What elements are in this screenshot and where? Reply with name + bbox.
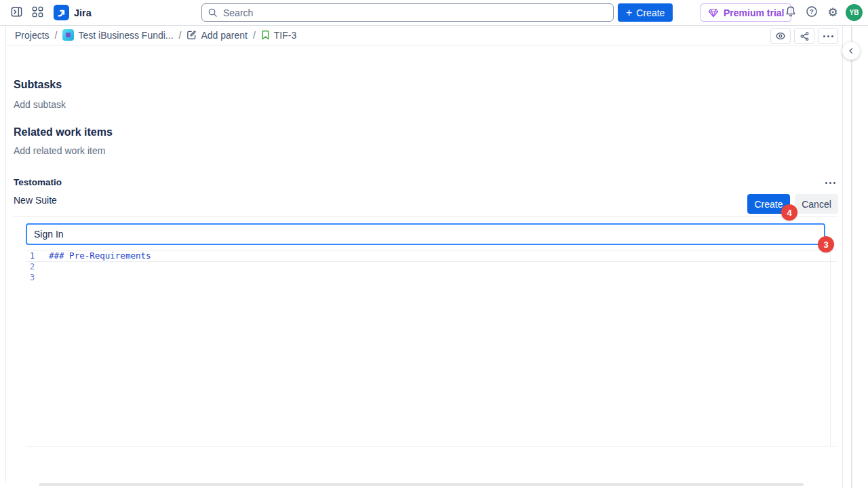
project-avatar-icon (62, 29, 74, 41)
right-panel-divider[interactable] (851, 25, 852, 488)
bell-icon (785, 5, 797, 20)
subtasks-heading: Subtasks (14, 79, 62, 91)
line-number: 3 (26, 273, 49, 282)
testomatio-more-button[interactable] (822, 178, 838, 187)
breadcrumb-project[interactable]: Test iBusiness Fundi... (62, 29, 173, 41)
collapse-panel-button[interactable] (842, 42, 860, 60)
panel-left-border (5, 25, 6, 482)
add-related-work-item-button[interactable]: Add related work item (14, 145, 105, 156)
search-icon (208, 7, 218, 18)
edit-icon (186, 30, 197, 40)
testomatio-status-label: New Suite (14, 195, 57, 206)
chevron-left-icon (847, 47, 855, 55)
share-button[interactable] (794, 28, 814, 44)
line-number: 2 (26, 262, 49, 271)
plus-icon: + (626, 7, 632, 18)
testomatio-heading: Testomatio (14, 177, 62, 187)
suite-description-editor[interactable]: 1 ### Pre-Requirements 2 3 (26, 250, 837, 447)
app-name: Jira (74, 7, 92, 18)
code-text: ### Pre-Requirements (49, 250, 151, 261)
breadcrumb-separator: / (179, 30, 182, 41)
top-navigation-bar: Jira + Create Premium trial ? (0, 0, 868, 26)
jira-home-link[interactable]: Jira (54, 5, 92, 20)
breadcrumb-separator: / (253, 30, 256, 41)
app-switcher-button[interactable] (31, 6, 44, 20)
related-work-items-heading: Related work items (14, 126, 113, 138)
line-number: 1 (26, 251, 49, 261)
gear-icon: ⚙ (827, 7, 837, 18)
editor-line: 3 (26, 272, 837, 283)
add-subtask-button[interactable]: Add subtask (14, 99, 66, 110)
breadcrumb-separator: / (55, 30, 58, 41)
user-avatar[interactable]: YB (846, 4, 863, 21)
add-parent-button[interactable]: Add parent (186, 30, 248, 41)
svg-text:?: ? (810, 7, 814, 15)
jira-work-item-page: Jira + Create Premium trial ? (0, 0, 868, 488)
story-bookmark-icon (261, 30, 270, 40)
eye-icon (775, 31, 786, 41)
work-item-actions (770, 28, 838, 44)
annotation-badge-4: 4 (781, 204, 797, 221)
jira-logo-icon (54, 5, 69, 20)
global-search (201, 3, 614, 22)
annotation-badge-3: 3 (818, 236, 834, 252)
suite-title-input[interactable] (26, 223, 825, 245)
editor-line: 1 ### Pre-Requirements (26, 250, 837, 262)
watch-button[interactable] (770, 28, 791, 44)
breadcrumb-work-item[interactable]: TIF-3 (261, 30, 296, 41)
horizontal-scrollbar[interactable] (39, 483, 804, 486)
editor-scrollbar-track[interactable] (830, 250, 831, 446)
create-button[interactable]: + Create (618, 3, 673, 22)
help-button[interactable]: ? (805, 5, 818, 19)
panel-right-border (842, 25, 843, 488)
breadcrumb-projects[interactable]: Projects (15, 30, 50, 41)
section-divider (14, 216, 838, 217)
editor-line: 2 (26, 262, 837, 273)
more-actions-button[interactable] (818, 28, 838, 44)
share-icon (800, 31, 810, 41)
notifications-button[interactable] (784, 5, 797, 19)
sidebar-toggle-icon (10, 5, 23, 20)
sidebar-toggle-button[interactable] (9, 6, 23, 20)
premium-trial-button[interactable]: Premium trial (701, 3, 791, 22)
ellipsis-icon (823, 35, 833, 37)
settings-button[interactable]: ⚙ (826, 5, 840, 19)
app-grid-icon (32, 6, 43, 20)
breadcrumb: Projects / Test iBusiness Fundi... / Add… (5, 25, 842, 45)
suite-cancel-button[interactable]: Cancel (795, 194, 838, 214)
diamond-icon (708, 7, 719, 18)
ellipsis-icon (825, 182, 835, 184)
search-input[interactable] (222, 7, 608, 19)
help-icon: ? (806, 5, 818, 20)
